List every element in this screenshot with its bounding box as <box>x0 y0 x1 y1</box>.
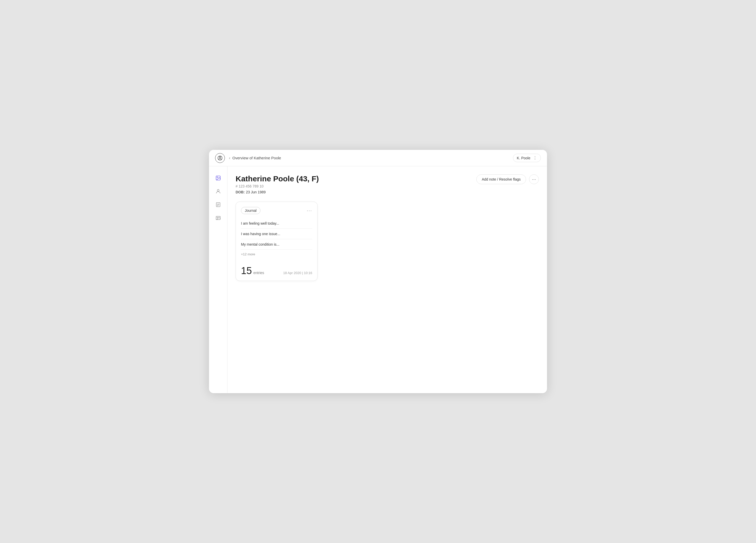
main-area: Katherine Poole (43, F) # 123 456 789 10… <box>209 166 547 393</box>
dob-label: DOB: <box>236 190 245 194</box>
app-logo <box>215 153 225 163</box>
top-bar: ‹ Overview of Katherine Poole K. Poole ⋮ <box>209 150 547 166</box>
app-window: ‹ Overview of Katherine Poole K. Poole ⋮ <box>209 150 547 393</box>
content-area: Katherine Poole (43, F) # 123 456 789 10… <box>227 166 547 393</box>
back-button[interactable]: ‹ <box>229 156 230 160</box>
user-label: K. Poole <box>517 156 530 160</box>
cards-grid: Journal ··· I am feeling well today... I… <box>236 202 539 281</box>
card-footer: 15 entries 18 Apr 2020 | 10:16 <box>241 264 312 276</box>
sidebar <box>209 166 227 393</box>
entry-count: 15 entries <box>241 266 264 276</box>
journal-entry-1[interactable]: I am feeling well today... <box>241 218 312 229</box>
top-bar-right: K. Poole ⋮ <box>513 154 541 162</box>
card-entries: I am feeling well today... I was having … <box>241 218 312 259</box>
entry-count-number: 15 <box>241 266 252 276</box>
journal-card: Journal ··· I am feeling well today... I… <box>236 202 318 281</box>
sidebar-item-gallery[interactable] <box>213 172 224 184</box>
svg-point-1 <box>219 156 221 158</box>
journal-entry-2[interactable]: I was having one issue... <box>241 229 312 239</box>
sidebar-item-profile[interactable] <box>213 186 224 197</box>
entry-timestamp: 18 Apr 2020 | 10:16 <box>283 271 312 275</box>
user-pill[interactable]: K. Poole ⋮ <box>513 154 541 162</box>
patient-id: # 123 456 789 10 <box>236 184 319 188</box>
breadcrumb: ‹ Overview of Katherine Poole <box>229 156 281 160</box>
dob-section: DOB: 23 Jun 1989 <box>236 190 319 194</box>
card-header: Journal ··· <box>241 207 312 214</box>
sidebar-item-media[interactable] <box>213 212 224 224</box>
top-bar-left: ‹ Overview of Katherine Poole <box>215 153 281 163</box>
svg-rect-6 <box>216 203 220 207</box>
patient-actions: Add note / Resolve flags ⋯ <box>476 174 539 184</box>
journal-badge: Journal <box>241 207 260 214</box>
breadcrumb-text: Overview of Katherine Poole <box>232 156 281 160</box>
patient-info: Katherine Poole (43, F) # 123 456 789 10… <box>236 174 319 194</box>
more-options-button[interactable]: ⋯ <box>529 174 539 184</box>
card-more-button[interactable]: ··· <box>307 208 312 213</box>
dob-value: 23 Jun 1989 <box>246 190 266 194</box>
svg-point-11 <box>217 217 218 218</box>
more-options-icon: ⋯ <box>532 177 536 182</box>
add-note-button[interactable]: Add note / Resolve flags <box>476 174 526 184</box>
entry-count-label: entries <box>253 271 264 275</box>
svg-point-4 <box>217 177 218 177</box>
sidebar-item-notes[interactable] <box>213 199 224 210</box>
patient-name: Katherine Poole (43, F) <box>236 174 319 183</box>
svg-point-5 <box>217 190 219 191</box>
journal-entry-3[interactable]: My mental condition is... <box>241 239 312 250</box>
user-more-icon[interactable]: ⋮ <box>533 155 537 160</box>
more-entries-text[interactable]: +12 more <box>241 250 312 259</box>
patient-header: Katherine Poole (43, F) # 123 456 789 10… <box>236 174 539 194</box>
